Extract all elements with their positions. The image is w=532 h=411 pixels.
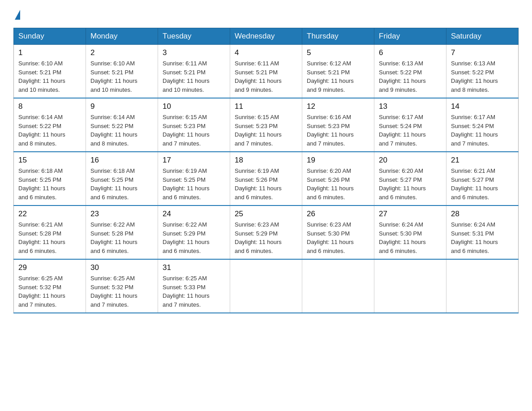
- day-number: 14: [451, 102, 514, 111]
- column-header-monday: Monday: [86, 28, 158, 45]
- day-number: 10: [163, 102, 225, 111]
- day-info: Sunrise: 6:22 AMSunset: 5:29 PMDaylight:…: [163, 220, 225, 255]
- day-info: Sunrise: 6:17 AMSunset: 5:24 PMDaylight:…: [379, 113, 442, 148]
- column-header-tuesday: Tuesday: [158, 28, 230, 45]
- calendar-cell: 5 Sunrise: 6:12 AMSunset: 5:21 PMDayligh…: [302, 45, 374, 98]
- day-number: 27: [379, 210, 442, 218]
- day-number: 19: [307, 156, 369, 165]
- page-header: [13, 9, 519, 20]
- day-info: Sunrise: 6:15 AMSunset: 5:23 PMDaylight:…: [163, 113, 225, 148]
- day-number: 23: [90, 210, 153, 218]
- day-info: Sunrise: 6:24 AMSunset: 5:31 PMDaylight:…: [451, 220, 514, 255]
- calendar-cell: 23 Sunrise: 6:22 AMSunset: 5:28 PMDaylig…: [86, 206, 158, 259]
- day-info: Sunrise: 6:25 AMSunset: 5:33 PMDaylight:…: [163, 274, 225, 309]
- calendar-cell: 21 Sunrise: 6:21 AMSunset: 5:27 PMDaylig…: [446, 152, 519, 206]
- logo: [13, 12, 20, 20]
- day-info: Sunrise: 6:19 AMSunset: 5:26 PMDaylight:…: [235, 167, 297, 201]
- day-info: Sunrise: 6:20 AMSunset: 5:26 PMDaylight:…: [307, 167, 369, 201]
- day-number: 12: [307, 102, 369, 111]
- day-number: 1: [18, 48, 81, 57]
- calendar-cell: 7 Sunrise: 6:13 AMSunset: 5:22 PMDayligh…: [446, 45, 519, 98]
- column-header-wednesday: Wednesday: [230, 28, 302, 45]
- day-number: 8: [18, 102, 81, 111]
- day-info: Sunrise: 6:18 AMSunset: 5:25 PMDaylight:…: [90, 167, 153, 201]
- calendar-week-row: 1 Sunrise: 6:10 AMSunset: 5:21 PMDayligh…: [14, 45, 519, 98]
- day-info: Sunrise: 6:25 AMSunset: 5:32 PMDaylight:…: [18, 274, 81, 309]
- day-info: Sunrise: 6:22 AMSunset: 5:28 PMDaylight:…: [90, 220, 153, 255]
- calendar-cell: 12 Sunrise: 6:16 AMSunset: 5:23 PMDaylig…: [302, 98, 374, 152]
- day-number: 9: [90, 102, 153, 111]
- day-info: Sunrise: 6:21 AMSunset: 5:28 PMDaylight:…: [18, 220, 81, 255]
- logo-triangle-icon: [15, 10, 20, 20]
- calendar-cell: 14 Sunrise: 6:17 AMSunset: 5:24 PMDaylig…: [446, 98, 519, 152]
- calendar-cell: 6 Sunrise: 6:13 AMSunset: 5:22 PMDayligh…: [374, 45, 446, 98]
- day-number: 21: [451, 156, 514, 165]
- calendar-cell: 22 Sunrise: 6:21 AMSunset: 5:28 PMDaylig…: [14, 206, 86, 259]
- day-number: 22: [18, 210, 81, 218]
- day-info: Sunrise: 6:10 AMSunset: 5:21 PMDaylight:…: [90, 59, 153, 94]
- calendar-cell: 26 Sunrise: 6:23 AMSunset: 5:30 PMDaylig…: [302, 206, 374, 259]
- day-number: 29: [18, 263, 81, 272]
- day-info: Sunrise: 6:23 AMSunset: 5:29 PMDaylight:…: [235, 220, 297, 255]
- calendar-cell: 9 Sunrise: 6:14 AMSunset: 5:22 PMDayligh…: [86, 98, 158, 152]
- day-number: 11: [235, 102, 297, 111]
- day-info: Sunrise: 6:17 AMSunset: 5:24 PMDaylight:…: [451, 113, 514, 148]
- calendar-cell: 19 Sunrise: 6:20 AMSunset: 5:26 PMDaylig…: [302, 152, 374, 206]
- day-info: Sunrise: 6:20 AMSunset: 5:27 PMDaylight:…: [379, 167, 442, 201]
- calendar-cell: 31 Sunrise: 6:25 AMSunset: 5:33 PMDaylig…: [158, 259, 230, 313]
- calendar-week-row: 15 Sunrise: 6:18 AMSunset: 5:25 PMDaylig…: [14, 152, 519, 206]
- day-info: Sunrise: 6:13 AMSunset: 5:22 PMDaylight:…: [451, 59, 514, 94]
- column-header-sunday: Sunday: [14, 28, 86, 45]
- day-number: 16: [90, 156, 153, 165]
- day-info: Sunrise: 6:14 AMSunset: 5:22 PMDaylight:…: [90, 113, 153, 148]
- calendar-cell: 20 Sunrise: 6:20 AMSunset: 5:27 PMDaylig…: [374, 152, 446, 206]
- calendar-cell: 30 Sunrise: 6:25 AMSunset: 5:32 PMDaylig…: [86, 259, 158, 313]
- calendar-cell: [374, 259, 446, 313]
- day-info: Sunrise: 6:13 AMSunset: 5:22 PMDaylight:…: [379, 59, 442, 94]
- day-number: 18: [235, 156, 297, 165]
- calendar-table: SundayMondayTuesdayWednesdayThursdayFrid…: [13, 28, 519, 313]
- day-info: Sunrise: 6:21 AMSunset: 5:27 PMDaylight:…: [451, 167, 514, 201]
- calendar-cell: 15 Sunrise: 6:18 AMSunset: 5:25 PMDaylig…: [14, 152, 86, 206]
- day-number: 24: [163, 210, 225, 218]
- calendar-week-row: 29 Sunrise: 6:25 AMSunset: 5:32 PMDaylig…: [14, 259, 519, 313]
- calendar-cell: 10 Sunrise: 6:15 AMSunset: 5:23 PMDaylig…: [158, 98, 230, 152]
- day-number: 26: [307, 210, 369, 218]
- day-info: Sunrise: 6:18 AMSunset: 5:25 PMDaylight:…: [18, 167, 81, 201]
- calendar-cell: 17 Sunrise: 6:19 AMSunset: 5:25 PMDaylig…: [158, 152, 230, 206]
- calendar-cell: 11 Sunrise: 6:15 AMSunset: 5:23 PMDaylig…: [230, 98, 302, 152]
- column-header-friday: Friday: [374, 28, 446, 45]
- column-header-thursday: Thursday: [302, 28, 374, 45]
- calendar-cell: 18 Sunrise: 6:19 AMSunset: 5:26 PMDaylig…: [230, 152, 302, 206]
- day-number: 3: [163, 48, 225, 57]
- day-info: Sunrise: 6:24 AMSunset: 5:30 PMDaylight:…: [379, 220, 442, 255]
- day-number: 5: [307, 48, 369, 57]
- calendar-header-row: SundayMondayTuesdayWednesdayThursdayFrid…: [14, 28, 519, 45]
- day-info: Sunrise: 6:19 AMSunset: 5:25 PMDaylight:…: [163, 167, 225, 201]
- day-number: 17: [163, 156, 225, 165]
- calendar-cell: 3 Sunrise: 6:11 AMSunset: 5:21 PMDayligh…: [158, 45, 230, 98]
- calendar-cell: 1 Sunrise: 6:10 AMSunset: 5:21 PMDayligh…: [14, 45, 86, 98]
- day-number: 15: [18, 156, 81, 165]
- day-info: Sunrise: 6:16 AMSunset: 5:23 PMDaylight:…: [307, 113, 369, 148]
- day-info: Sunrise: 6:11 AMSunset: 5:21 PMDaylight:…: [235, 59, 297, 94]
- day-info: Sunrise: 6:10 AMSunset: 5:21 PMDaylight:…: [18, 59, 81, 94]
- day-number: 30: [90, 263, 153, 272]
- calendar-cell: 8 Sunrise: 6:14 AMSunset: 5:22 PMDayligh…: [14, 98, 86, 152]
- calendar-cell: 25 Sunrise: 6:23 AMSunset: 5:29 PMDaylig…: [230, 206, 302, 259]
- day-number: 20: [379, 156, 442, 165]
- calendar-cell: 13 Sunrise: 6:17 AMSunset: 5:24 PMDaylig…: [374, 98, 446, 152]
- calendar-cell: 16 Sunrise: 6:18 AMSunset: 5:25 PMDaylig…: [86, 152, 158, 206]
- day-number: 28: [451, 210, 514, 218]
- day-number: 6: [379, 48, 442, 57]
- calendar-cell: [302, 259, 374, 313]
- day-number: 4: [235, 48, 297, 57]
- day-info: Sunrise: 6:15 AMSunset: 5:23 PMDaylight:…: [235, 113, 297, 148]
- column-header-saturday: Saturday: [446, 28, 519, 45]
- calendar-cell: [446, 259, 519, 313]
- calendar-week-row: 22 Sunrise: 6:21 AMSunset: 5:28 PMDaylig…: [14, 206, 519, 259]
- calendar-cell: 28 Sunrise: 6:24 AMSunset: 5:31 PMDaylig…: [446, 206, 519, 259]
- calendar-cell: 4 Sunrise: 6:11 AMSunset: 5:21 PMDayligh…: [230, 45, 302, 98]
- day-info: Sunrise: 6:11 AMSunset: 5:21 PMDaylight:…: [163, 59, 225, 94]
- day-info: Sunrise: 6:25 AMSunset: 5:32 PMDaylight:…: [90, 274, 153, 309]
